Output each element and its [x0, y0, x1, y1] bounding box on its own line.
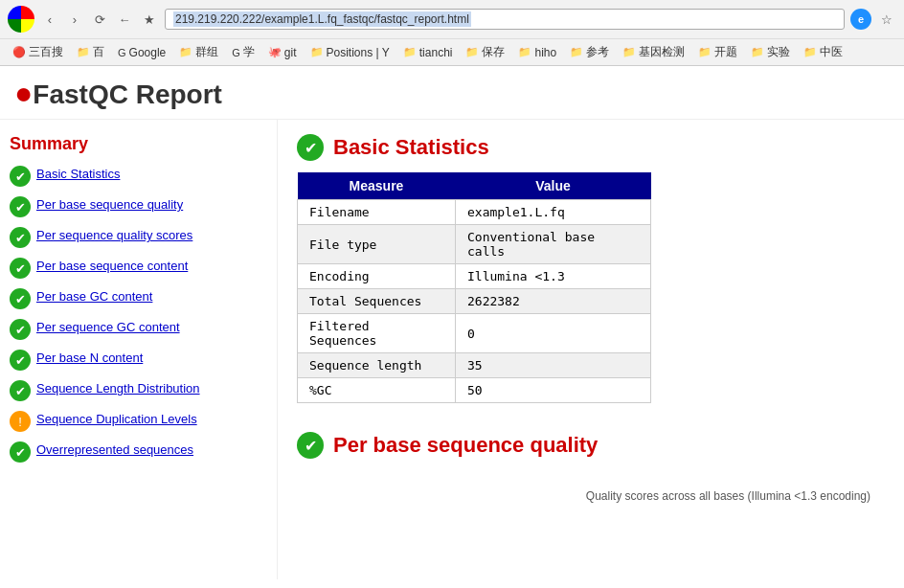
- stop-button[interactable]: ←: [115, 10, 134, 29]
- link-basic-statistics[interactable]: Basic Statistics: [36, 166, 120, 183]
- site-header: ●FastQC Report: [0, 66, 904, 120]
- quality-subtitle: Quality scores across all bases (Illumin…: [586, 489, 870, 503]
- bm-gene[interactable]: 📁 基因检测: [618, 42, 689, 62]
- table-cell-value: Illumina <1.3: [455, 264, 650, 289]
- sidebar-item-seq-length[interactable]: ✔ Sequence Length Distribution: [10, 380, 267, 401]
- bm-icon-positions: 📁: [310, 46, 324, 58]
- browser-logo: [8, 6, 34, 33]
- bm-label-tianchi: tianchi: [419, 46, 453, 59]
- bm-bai[interactable]: 📁 百: [72, 42, 109, 62]
- main-content: ✔ Basic Statistics Measure Value Filenam…: [278, 120, 904, 579]
- link-seq-length[interactable]: Sequence Length Distribution: [36, 380, 200, 397]
- back-button[interactable]: ‹: [40, 10, 59, 29]
- table-col2-header: Value: [455, 172, 650, 200]
- bm-icon-google: G: [118, 47, 126, 58]
- bm-hiho[interactable]: 📁 hiho: [513, 44, 561, 61]
- sidebar-item-basic-statistics[interactable]: ✔ Basic Statistics: [10, 166, 267, 187]
- reload-button[interactable]: ⟳: [90, 10, 109, 29]
- home-button[interactable]: ★: [140, 10, 159, 29]
- bm-positions[interactable]: 📁 Positions | Y: [305, 44, 395, 61]
- table-row: EncodingIllumina <1.3: [298, 264, 651, 289]
- site-title: ●FastQC Report: [14, 76, 890, 111]
- link-per-seq-quality[interactable]: Per sequence quality scores: [36, 227, 192, 244]
- pass-icon-4: ✔: [10, 288, 31, 309]
- link-per-seq-gc[interactable]: Per sequence GC content: [36, 319, 180, 336]
- sidebar-item-per-seq-gc[interactable]: ✔ Per sequence GC content: [10, 319, 267, 340]
- bm-label-bai: 百: [93, 44, 104, 60]
- bm-icon-gene: 📁: [622, 46, 636, 58]
- bm-icon-18: 🔴: [12, 46, 26, 58]
- link-per-base-quality[interactable]: Per base sequence quality: [36, 196, 183, 214]
- bm-ref[interactable]: 📁 参考: [565, 42, 614, 62]
- table-cell-measure: Filename: [298, 200, 456, 225]
- bm-icon-ref: 📁: [570, 46, 583, 58]
- pass-icon-3: ✔: [10, 258, 31, 279]
- bm-kaiti[interactable]: 📁 开题: [693, 42, 742, 62]
- sidebar-item-per-base-quality[interactable]: ✔ Per base sequence quality: [10, 196, 267, 217]
- bm-zhongyi[interactable]: 📁 中医: [799, 42, 848, 62]
- table-cell-value: 0: [455, 314, 650, 353]
- bm-label-18: 三百搜: [29, 44, 63, 60]
- pass-icon-2: ✔: [10, 227, 31, 248]
- bm-google[interactable]: G Google: [113, 44, 170, 61]
- address-bar[interactable]: 219.219.220.222/example1.L.fq_fastqc/fas…: [165, 9, 845, 30]
- basic-stats-title: Basic Statistics: [333, 135, 489, 160]
- bm-icon-group: 📁: [179, 46, 192, 58]
- bm-xue[interactable]: G 学: [227, 42, 260, 62]
- summary-heading: Summary: [10, 134, 267, 154]
- bm-label-shiyan: 实验: [767, 44, 790, 60]
- bm-tianchi[interactable]: 📁 tianchi: [398, 44, 458, 61]
- table-col1-header: Measure: [298, 172, 456, 200]
- table-cell-value: example1.L.fq: [455, 200, 650, 225]
- per-base-quality-section-header: ✔ Per base sequence quality: [297, 432, 885, 459]
- sidebar-item-per-base-gc[interactable]: ✔ Per base GC content: [10, 288, 267, 309]
- sidebar-item-seq-dup[interactable]: ! Sequence Duplication Levels: [10, 411, 267, 432]
- bm-icon-kaiti: 📁: [698, 46, 712, 58]
- bm-label-ref: 参考: [586, 44, 609, 60]
- link-seq-dup[interactable]: Sequence Duplication Levels: [36, 411, 197, 428]
- bm-label-hiho: hiho: [534, 46, 556, 59]
- table-cell-value: 35: [455, 353, 650, 378]
- bm-icon-hiho: 📁: [518, 46, 531, 58]
- bm-label-google: Google: [129, 46, 167, 59]
- pass-icon-1: ✔: [10, 196, 31, 217]
- table-row: File typeConventional base calls: [298, 225, 651, 264]
- bm-git[interactable]: 🐙 git: [263, 44, 302, 61]
- page-content: Summary ✔ Basic Statistics ✔ Per base se…: [0, 120, 904, 579]
- bm-icon-zhongyi: 📁: [803, 46, 817, 58]
- sidebar-item-per-base-n[interactable]: ✔ Per base N content: [10, 350, 267, 371]
- browser-toolbar: ‹ › ⟳ ← ★ 219.219.220.222/example1.L.fq_…: [0, 0, 904, 38]
- basic-stats-table: Measure Value Filenameexample1.L.fqFile …: [297, 172, 651, 403]
- per-base-quality-title: Per base sequence quality: [333, 433, 598, 458]
- page-bottom: Quality scores across all bases (Illumin…: [297, 470, 885, 509]
- forward-button[interactable]: ›: [65, 10, 84, 29]
- bm-group[interactable]: 📁 群组: [174, 42, 223, 62]
- bm-icon-shiyan: 📁: [751, 46, 764, 58]
- table-row: Sequence length35: [298, 353, 651, 378]
- bm-18[interactable]: 🔴 三百搜: [8, 42, 68, 62]
- bm-save[interactable]: 📁 保存: [461, 42, 509, 62]
- bm-icon-git: 🐙: [268, 46, 282, 58]
- table-cell-measure: File type: [298, 225, 456, 264]
- bm-label-zhongyi: 中医: [820, 44, 843, 60]
- basic-stats-section-header: ✔ Basic Statistics: [297, 134, 885, 161]
- table-cell-value: 50: [455, 378, 650, 403]
- link-per-base-n[interactable]: Per base N content: [36, 350, 143, 367]
- link-per-base-content[interactable]: Per base sequence content: [36, 258, 188, 275]
- sidebar-item-per-base-content[interactable]: ✔ Per base sequence content: [10, 258, 267, 279]
- bookmarks-bar: 🔴 三百搜 📁 百 G Google 📁 群组 G 学 🐙 git 📁 Posi…: [0, 38, 904, 65]
- red-dot: ●: [14, 76, 33, 110]
- bm-label-positions: Positions | Y: [327, 46, 390, 59]
- link-overrep[interactable]: Overrepresented sequences: [36, 441, 193, 459]
- bm-shiyan[interactable]: 📁 实验: [746, 42, 795, 62]
- table-cell-measure: Total Sequences: [298, 289, 456, 314]
- pass-icon-0: ✔: [10, 166, 31, 187]
- link-per-base-gc[interactable]: Per base GC content: [36, 288, 152, 305]
- pass-icon-6: ✔: [10, 350, 31, 371]
- menu-button[interactable]: ☆: [877, 10, 896, 29]
- bm-label-kaiti: 开题: [714, 44, 737, 60]
- sidebar: Summary ✔ Basic Statistics ✔ Per base se…: [0, 120, 278, 579]
- sidebar-item-per-seq-quality[interactable]: ✔ Per sequence quality scores: [10, 227, 267, 248]
- table-row: Total Sequences2622382: [298, 289, 651, 314]
- sidebar-item-overrep[interactable]: ✔ Overrepresented sequences: [10, 441, 267, 463]
